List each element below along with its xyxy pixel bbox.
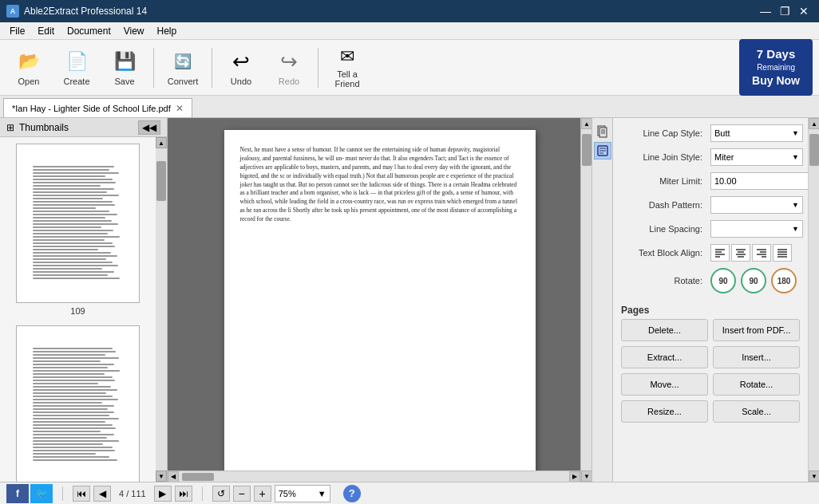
save-button[interactable]: 💾 Save bbox=[102, 45, 147, 91]
social-icons: f 🐦 bbox=[6, 484, 53, 503]
undo-button[interactable]: ↩ Undo bbox=[219, 45, 263, 91]
thumb-scroll-up[interactable]: ▲ bbox=[156, 137, 167, 148]
panel-collapse-button[interactable]: ◀◀ bbox=[138, 120, 160, 135]
close-button[interactable]: ✕ bbox=[795, 3, 813, 19]
rotate-group: 90 90 180 bbox=[710, 268, 797, 293]
convert-button[interactable]: 🔄 Convert bbox=[160, 45, 205, 91]
reset-zoom-button[interactable]: ↺ bbox=[212, 486, 230, 502]
menu-help[interactable]: Help bbox=[151, 24, 184, 38]
maximize-button[interactable]: ❐ bbox=[776, 3, 793, 19]
redo-button[interactable]: ↪ Redo bbox=[267, 45, 311, 91]
tell-friend-button[interactable]: ✉ Tell a Friend bbox=[325, 45, 370, 91]
help-button[interactable]: ? bbox=[343, 485, 361, 502]
right-icon-pages[interactable] bbox=[594, 123, 611, 140]
active-tab[interactable]: *Ian Hay - Lighter Side of School Life.p… bbox=[3, 98, 192, 117]
rotate-90-ccw-button[interactable]: 90 bbox=[710, 268, 736, 293]
properties-icon bbox=[596, 144, 609, 157]
prev-page-button[interactable]: ◀ bbox=[93, 486, 111, 502]
resize-button[interactable]: Resize... bbox=[621, 400, 708, 423]
align-left-button[interactable] bbox=[710, 244, 730, 262]
move-button[interactable]: Move... bbox=[621, 373, 708, 396]
doc-hscroll-right[interactable]: ▶ bbox=[569, 471, 580, 482]
first-page-button[interactable]: ⏮ bbox=[73, 486, 90, 502]
tab-bar: *Ian Hay - Lighter Side of School Life.p… bbox=[0, 96, 819, 118]
status-sep-1 bbox=[62, 486, 63, 501]
zoom-in-button[interactable]: + bbox=[254, 486, 271, 502]
line-join-style-arrow: ▼ bbox=[792, 153, 799, 161]
open-button[interactable]: 📂 Open bbox=[6, 45, 51, 91]
tell-friend-label: Tell a Friend bbox=[327, 69, 367, 89]
status-bar: f 🐦 ⏮ ◀ 4 / 111 ▶ ⏭ ↺ − + 75% ▼ ? bbox=[0, 482, 819, 504]
menu-document[interactable]: Document bbox=[61, 24, 117, 38]
tab-close-button[interactable]: ✕ bbox=[176, 103, 184, 114]
doc-scroll-down[interactable]: ▼ bbox=[581, 471, 592, 482]
thumbnail-img-110 bbox=[16, 325, 140, 482]
thumbnails-scrollbar[interactable]: ▲ ▼ bbox=[156, 137, 167, 482]
line-join-style-select[interactable]: Miter ▼ bbox=[710, 148, 803, 166]
zoom-out-button[interactable]: − bbox=[233, 486, 251, 502]
extract-button[interactable]: Extract... bbox=[621, 346, 708, 368]
thumb-scroll-thumb[interactable] bbox=[156, 161, 166, 201]
toolbar: 📂 Open 📄 Create 💾 Save 🔄 Convert ↩ Undo … bbox=[0, 40, 819, 96]
thumbnail-num-109: 109 bbox=[70, 306, 85, 316]
next-page-button[interactable]: ▶ bbox=[154, 486, 172, 502]
convert-label: Convert bbox=[168, 77, 199, 86]
dash-pattern-select[interactable]: ▼ bbox=[710, 196, 803, 214]
rotate-pages-button[interactable]: Rotate... bbox=[713, 373, 800, 396]
facebook-button[interactable]: f bbox=[6, 484, 29, 503]
doc-hscroll-thumb[interactable] bbox=[182, 473, 214, 481]
menu-view[interactable]: View bbox=[117, 24, 151, 38]
scale-button[interactable]: Scale... bbox=[713, 400, 800, 423]
twitter-button[interactable]: 🐦 bbox=[30, 484, 53, 503]
align-right-button[interactable] bbox=[752, 244, 771, 262]
create-icon: 📄 bbox=[64, 49, 89, 74]
doc-scroll-thumb[interactable] bbox=[582, 134, 592, 166]
doc-scroll-up[interactable]: ▲ bbox=[581, 118, 592, 129]
right-scroll-thumb[interactable] bbox=[809, 134, 819, 166]
thumbnails-grid-icon: ⊞ bbox=[6, 122, 14, 133]
align-center-button[interactable] bbox=[731, 244, 750, 262]
thumb-scroll-down[interactable]: ▼ bbox=[156, 471, 167, 482]
align-justify-button[interactable] bbox=[773, 244, 792, 262]
line-spacing-row: Line Spacing: ▼ bbox=[618, 220, 803, 238]
menu-file[interactable]: File bbox=[3, 24, 31, 38]
thumbnails-header: ⊞ Thumbnails ◀◀ bbox=[0, 118, 167, 137]
right-panel-content: Line Cap Style: Butt ▼ Line Join Style: … bbox=[613, 118, 808, 482]
right-panel-scrollbar[interactable]: ▲ ▼ bbox=[808, 118, 819, 482]
delete-button[interactable]: Delete... bbox=[621, 319, 708, 341]
right-scroll-down[interactable]: ▼ bbox=[809, 471, 819, 482]
thumbnail-110[interactable]: 110 bbox=[16, 325, 140, 482]
create-button[interactable]: 📄 Create bbox=[54, 45, 99, 91]
buy-now-button[interactable]: 7 Days Remaining Buy Now bbox=[739, 39, 813, 96]
main-with-right: Next, he must have a sense of humour. If… bbox=[168, 118, 819, 482]
insert-from-pdf-button[interactable]: Insert from PDF... bbox=[713, 319, 800, 341]
right-icon-properties[interactable] bbox=[594, 142, 611, 159]
minimize-button[interactable]: — bbox=[757, 3, 774, 19]
line-cap-style-row: Line Cap Style: Butt ▼ bbox=[618, 124, 803, 142]
menu-edit[interactable]: Edit bbox=[31, 24, 61, 38]
insert-button[interactable]: Insert... bbox=[713, 346, 800, 368]
thumbnails-header-left: ⊞ Thumbnails bbox=[6, 122, 69, 133]
dash-pattern-label: Dash Pattern: bbox=[618, 200, 706, 210]
last-page-button[interactable]: ⏭ bbox=[175, 486, 192, 502]
rotate-90-cw-button[interactable]: 90 bbox=[741, 268, 766, 293]
text-block-align-label: Text Block Align: bbox=[618, 248, 706, 258]
line-cap-style-select[interactable]: Butt ▼ bbox=[710, 124, 803, 142]
line-spacing-select[interactable]: ▼ bbox=[710, 220, 803, 238]
save-icon: 💾 bbox=[112, 49, 137, 74]
thumbnails-panel: ⊞ Thumbnails ◀◀ bbox=[0, 118, 168, 482]
align-right-icon bbox=[756, 247, 767, 258]
doc-vertical-scrollbar[interactable]: ▲ ▼ bbox=[580, 118, 592, 482]
miter-limit-input[interactable] bbox=[710, 172, 808, 190]
zoom-level-select[interactable]: 75% ▼ bbox=[275, 485, 330, 502]
thumbnail-109[interactable]: 109 bbox=[16, 144, 140, 316]
line-spacing-label: Line Spacing: bbox=[618, 224, 706, 234]
text-block-align-group bbox=[710, 244, 792, 262]
redo-icon: ↪ bbox=[276, 49, 302, 74]
rotate-180-button[interactable]: 180 bbox=[771, 268, 797, 293]
line-cap-style-value: Butt bbox=[714, 128, 730, 138]
pages-grid: Delete... Insert from PDF... Extract... … bbox=[618, 319, 803, 429]
doc-horizontal-scrollbar[interactable]: ◀ ▶ bbox=[168, 471, 580, 482]
right-scroll-up[interactable]: ▲ bbox=[809, 118, 819, 129]
doc-hscroll-left[interactable]: ◀ bbox=[168, 471, 179, 482]
